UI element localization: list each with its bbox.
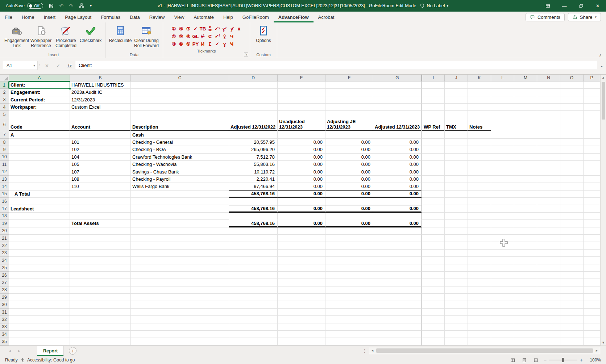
tickmark[interactable]: Ч bbox=[230, 34, 233, 39]
cell-F31[interactable] bbox=[325, 309, 373, 316]
cell-N32[interactable] bbox=[537, 316, 560, 323]
cell-O3[interactable] bbox=[560, 96, 584, 104]
cell-M22[interactable] bbox=[514, 242, 537, 249]
cell-A19[interactable] bbox=[9, 220, 70, 227]
cell-N16[interactable] bbox=[537, 198, 560, 205]
cell-G3[interactable] bbox=[373, 96, 422, 104]
close-button[interactable]: ✕ bbox=[589, 0, 606, 12]
col-header-F[interactable]: F bbox=[325, 75, 373, 81]
tickmark[interactable]: ⊬ bbox=[201, 34, 205, 39]
cell-K13[interactable] bbox=[468, 176, 491, 183]
cell-F9[interactable]: 0.00 bbox=[325, 146, 373, 153]
cell-D15[interactable]: 458,768.16 bbox=[229, 191, 278, 198]
cell-L13[interactable] bbox=[491, 176, 514, 183]
cell-C3[interactable] bbox=[131, 96, 229, 104]
cell-J26[interactable] bbox=[445, 272, 468, 279]
cell-I13[interactable] bbox=[422, 176, 445, 183]
cell-L15[interactable] bbox=[491, 191, 514, 198]
cell-N17[interactable] bbox=[537, 205, 560, 212]
cell-C10[interactable]: Crawford Technologies Bank bbox=[131, 154, 229, 161]
cell-C16[interactable] bbox=[131, 198, 229, 205]
cell-E32[interactable] bbox=[278, 316, 325, 323]
zoom-slider-thumb[interactable] bbox=[562, 358, 564, 362]
cell-C30[interactable] bbox=[131, 301, 229, 308]
col-header-G[interactable]: G bbox=[373, 75, 422, 81]
col-header-E[interactable]: E bbox=[278, 75, 325, 81]
customize-qat-icon[interactable]: ▾ bbox=[90, 4, 92, 8]
cell-G32[interactable] bbox=[373, 316, 422, 323]
row-header-16[interactable]: 16 bbox=[0, 198, 9, 205]
cell-I9[interactable] bbox=[422, 146, 445, 153]
cell-F19[interactable]: 0.00 bbox=[325, 220, 373, 227]
cell-C26[interactable] bbox=[131, 272, 229, 279]
cell-L8[interactable] bbox=[491, 139, 514, 146]
cell-I24[interactable] bbox=[422, 257, 445, 264]
checkmark-button[interactable]: Checkmark bbox=[79, 23, 102, 43]
minimize-button[interactable]: — bbox=[556, 0, 573, 12]
cell-O21[interactable] bbox=[560, 235, 584, 242]
cell-P15[interactable] bbox=[584, 191, 600, 198]
cell-K19[interactable] bbox=[468, 220, 491, 227]
cell-C6[interactable]: Description bbox=[131, 118, 229, 131]
normal-view-button[interactable] bbox=[509, 358, 517, 363]
row-header-35[interactable]: 35 bbox=[0, 338, 9, 345]
cell-C23[interactable] bbox=[131, 250, 229, 257]
cell-D32[interactable] bbox=[229, 316, 278, 323]
cell-J5[interactable] bbox=[445, 111, 468, 118]
cell-C13[interactable]: Checking - Payroll bbox=[131, 176, 229, 183]
cell-L14[interactable] bbox=[491, 183, 514, 190]
cell-L30[interactable] bbox=[491, 301, 514, 308]
cell-P7[interactable] bbox=[584, 131, 600, 138]
cell-O11[interactable] bbox=[560, 161, 584, 168]
row-header-22[interactable]: 22 bbox=[0, 242, 9, 249]
cell-N13[interactable] bbox=[537, 176, 560, 183]
row-header-11[interactable]: 11 bbox=[0, 161, 9, 168]
cell-E29[interactable] bbox=[278, 294, 325, 301]
cell-D29[interactable] bbox=[229, 294, 278, 301]
cell-P29[interactable] bbox=[584, 294, 600, 301]
cell-I10[interactable] bbox=[422, 154, 445, 161]
cell-E30[interactable] bbox=[278, 301, 325, 308]
tab-help[interactable]: Help bbox=[219, 12, 238, 22]
cell-N23[interactable] bbox=[537, 250, 560, 257]
cell-F30[interactable] bbox=[325, 301, 373, 308]
cell-I8[interactable] bbox=[422, 139, 445, 146]
row-header-30[interactable]: 30 bbox=[0, 301, 9, 308]
cell-P21[interactable] bbox=[584, 235, 600, 242]
cell-J6[interactable]: TMX bbox=[445, 118, 468, 131]
cell-M8[interactable] bbox=[514, 139, 537, 146]
col-header-C[interactable]: C bbox=[131, 75, 229, 81]
tab-view[interactable]: View bbox=[169, 12, 189, 22]
cell-M26[interactable] bbox=[514, 272, 537, 279]
cell-C31[interactable] bbox=[131, 309, 229, 316]
cell-M24[interactable] bbox=[514, 257, 537, 264]
cell-L5[interactable] bbox=[491, 111, 514, 118]
tickmark[interactable]: ɣ bbox=[223, 42, 226, 46]
cell-L16[interactable] bbox=[491, 198, 514, 205]
cell-L2[interactable] bbox=[491, 89, 514, 96]
cell-D31[interactable] bbox=[229, 309, 278, 316]
tab-page-layout[interactable]: Page Layout bbox=[60, 12, 96, 22]
cell-I30[interactable] bbox=[422, 301, 445, 308]
cell-J2[interactable] bbox=[445, 89, 468, 96]
new-sheet-button[interactable]: + bbox=[69, 347, 76, 355]
workflow-icon[interactable] bbox=[79, 3, 84, 9]
cell-K14[interactable] bbox=[468, 183, 491, 190]
cell-K17[interactable] bbox=[468, 205, 491, 212]
tickmark[interactable]: ① bbox=[172, 26, 176, 31]
sheet-nav-next-icon[interactable]: ► bbox=[14, 349, 24, 353]
tickmark[interactable]: PBC bbox=[208, 26, 212, 32]
cell-F26[interactable] bbox=[325, 272, 373, 279]
cell-L12[interactable] bbox=[491, 168, 514, 175]
cell-I28[interactable] bbox=[422, 286, 445, 294]
cell-P25[interactable] bbox=[584, 264, 600, 272]
cell-L28[interactable] bbox=[491, 286, 514, 294]
cell-L21[interactable] bbox=[491, 235, 514, 242]
cell-F3[interactable] bbox=[325, 96, 373, 104]
cell-J22[interactable] bbox=[445, 242, 468, 249]
cell-G30[interactable] bbox=[373, 301, 422, 308]
cell-C27[interactable] bbox=[131, 279, 229, 286]
cell-M28[interactable] bbox=[514, 286, 537, 294]
cell-D30[interactable] bbox=[229, 301, 278, 308]
cell-K18[interactable] bbox=[468, 213, 491, 220]
